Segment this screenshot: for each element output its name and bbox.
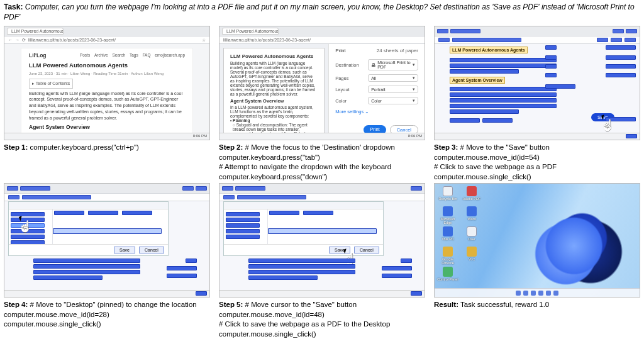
sidebar-item[interactable]	[226, 223, 260, 228]
annotation-box	[597, 38, 608, 42]
layout-dropdown[interactable]: Portrait ▾	[368, 86, 418, 93]
cancel-button[interactable]: Cancel	[354, 247, 379, 253]
taskbar-icon[interactable]	[531, 291, 536, 296]
desktop-icon[interactable]: Google Chrome	[437, 247, 458, 265]
annotation-box	[606, 73, 636, 77]
chevron-down-icon: ▾	[413, 75, 415, 81]
nav-posts[interactable]: Posts	[80, 53, 90, 57]
windows-taskbar[interactable]	[435, 288, 640, 297]
annotation-box	[182, 186, 194, 191]
desktop-icon[interactable]: VLC	[461, 247, 482, 265]
more-settings-toggle[interactable]: More settings ⌄	[335, 109, 418, 114]
site-nav[interactable]: Posts Archive Search Tags FAQ emojisearc…	[77, 52, 185, 58]
sidebar-item[interactable]	[11, 235, 45, 239]
destination-dropdown[interactable]: 🖶 Microsoft Print to PDF ▾	[368, 59, 418, 70]
os-taskbar	[4, 290, 209, 297]
sidebar-item[interactable]	[226, 212, 260, 216]
nav-faq[interactable]: FAQ	[142, 53, 150, 57]
back-icon[interactable]: ←	[8, 38, 13, 42]
annotation-box	[223, 195, 235, 199]
sidebar-item[interactable]	[226, 218, 260, 222]
annotation-box	[22, 195, 91, 199]
save-button[interactable]: Save	[114, 247, 135, 253]
sidebar-item[interactable]	[11, 229, 45, 233]
annotation-box	[450, 58, 557, 62]
save-button[interactable]: Save	[329, 247, 350, 253]
toc-toggle[interactable]: ▸ Table of Contents	[29, 79, 73, 89]
save-dialog-sidebar[interactable]	[9, 209, 53, 244]
annotation-box	[382, 266, 412, 270]
fwd-icon[interactable]: →	[15, 38, 19, 42]
annotation-box	[8, 195, 19, 199]
annotation-box	[545, 64, 557, 69]
browser-address-bar[interactable]: lillianweng.github.io/posts/2023-06-23-a…	[219, 36, 425, 44]
chevron-down-icon: ▾	[413, 62, 415, 67]
annotation-box	[248, 259, 355, 263]
annotation-box	[7, 186, 18, 191]
sidebar-item-desktop[interactable]	[11, 223, 45, 228]
article-title: LLM Powered Autonomous Agents	[29, 61, 185, 69]
annotation-box	[33, 264, 140, 269]
browser-address-bar[interactable]: ← → ⟳ lillianweng.github.io/posts/2023-0…	[4, 36, 209, 44]
preview-bh: • Planning	[230, 118, 318, 123]
save-dialog: Save Cancel	[8, 201, 169, 256]
annotation-box	[482, 118, 513, 123]
save-dialog-main	[53, 209, 168, 244]
step1-thumb: LLM Powered Autonomous Ag… ← → ⟳ lillian…	[4, 26, 210, 140]
desktop-icon[interactable]: Recycle Bin	[437, 186, 458, 205]
desktop-icon[interactable]: Microsoft Edge	[437, 206, 458, 225]
icon-label: Recycle Bin	[438, 197, 457, 201]
icon-label: Google Chrome	[441, 257, 454, 265]
reload-icon[interactable]: ⟳	[22, 38, 26, 43]
desktop-icon[interactable]: This PC	[437, 226, 458, 245]
article-page: Lil'Log Posts Archive Search Tags FAQ em…	[21, 48, 193, 140]
cancel-button[interactable]: Cancel	[139, 247, 164, 253]
url-text: lillianweng.github.io/posts/2023-06-23-a…	[28, 38, 199, 42]
desktop-icon[interactable]: Control Panel	[437, 267, 458, 286]
sidebar-item[interactable]	[226, 229, 260, 233]
sidebar-item[interactable]	[226, 235, 260, 239]
clock: 8:06 PM	[193, 134, 207, 138]
step-title: Step 2:	[219, 143, 243, 151]
annotation-box	[20, 186, 50, 191]
nav-tags[interactable]: Tags	[130, 53, 138, 57]
more-settings-label: More settings	[335, 109, 364, 114]
taskbar-icon[interactable]	[538, 291, 543, 296]
browser-tabstrip	[435, 26, 640, 36]
filename-field[interactable]	[268, 228, 377, 234]
desktop-icon[interactable]: Adobe PDF	[461, 186, 482, 205]
save-dialog-sidebar[interactable]	[224, 209, 268, 244]
annotation-box	[626, 29, 637, 33]
star-icon[interactable]: ☆	[202, 38, 206, 43]
nav-archive[interactable]: Archive	[94, 53, 108, 57]
taskbar-icon[interactable]	[523, 291, 528, 296]
step-title: Result:	[434, 301, 458, 308]
desktop-icon[interactable]: Word	[461, 206, 482, 225]
sidebar-item[interactable]	[11, 218, 45, 222]
print-sheetcount: 24 sheets of paper	[377, 48, 418, 53]
preview-intro: Building agents with LLM (large language…	[230, 61, 318, 96]
color-dropdown[interactable]: Color ▾	[368, 97, 418, 104]
cancel-annot[interactable]	[606, 117, 636, 121]
preview-h2: Agent System Overview	[230, 98, 318, 104]
start-icon[interactable]	[516, 291, 521, 296]
icon-label: This PC	[441, 237, 454, 241]
nav-search[interactable]: Search	[113, 53, 126, 57]
pages-value: All	[371, 76, 376, 81]
taskbar-icon[interactable]	[546, 291, 551, 296]
taskbar-icon[interactable]	[553, 291, 558, 296]
windows-desktop[interactable]: Recycle Bin Adobe PDF Microsoft Edge Wor…	[435, 184, 640, 297]
browser-tab[interactable]: LLM Powered Autonomous Ag…	[222, 28, 279, 35]
sidebar-item[interactable]	[11, 212, 45, 216]
annotation-box	[450, 118, 480, 123]
nav-emoji[interactable]: emojisearch.app	[155, 53, 185, 57]
filename-field[interactable]	[53, 228, 162, 234]
annotation-box	[625, 38, 636, 42]
annotation-box	[611, 38, 622, 42]
print-preview-pane: LLM Powered Autonomous Agents Building a…	[219, 44, 328, 140]
icon-label: Word	[467, 217, 475, 221]
save-dialog-footer: Save Cancel	[224, 244, 383, 255]
desktop-icon[interactable]: User	[461, 226, 482, 245]
browser-tab[interactable]: LLM Powered Autonomous Ag…	[7, 28, 64, 35]
pages-dropdown[interactable]: All ▾	[368, 74, 418, 82]
